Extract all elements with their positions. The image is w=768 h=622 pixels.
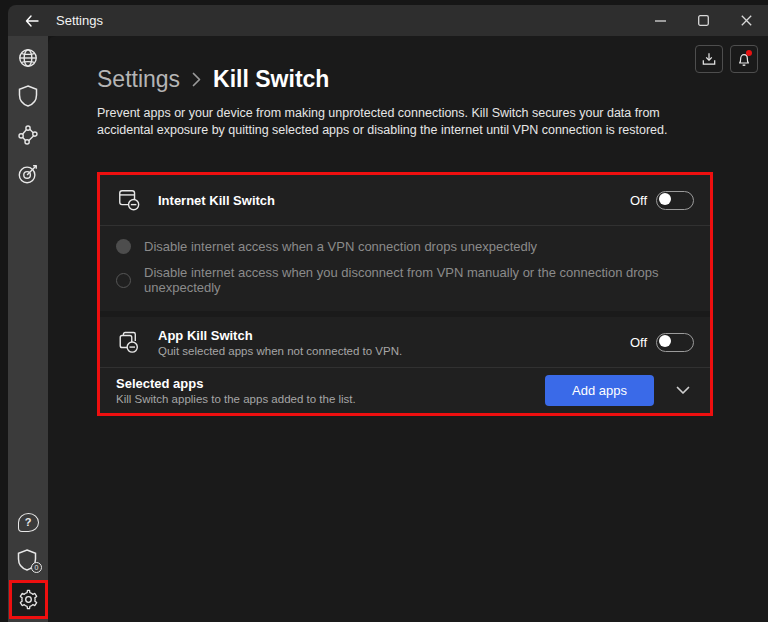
selected-apps-row: Selected apps Kill Switch applies to the…: [100, 368, 710, 413]
back-button[interactable]: [16, 5, 48, 36]
close-icon: [741, 15, 752, 26]
toggle-knob: [659, 193, 671, 205]
page-description: Prevent apps or your device from making …: [97, 105, 705, 139]
app-kill-switch-state: Off: [630, 335, 647, 350]
download-icon: [702, 52, 716, 66]
expand-apps-list[interactable]: [676, 386, 690, 395]
maximize-icon: [698, 15, 709, 26]
internet-kill-switch-state: Off: [630, 193, 647, 208]
breadcrumb-settings[interactable]: Settings: [97, 66, 180, 93]
internet-kill-switch-toggle[interactable]: [656, 191, 694, 210]
shield-zero-icon: 0: [17, 549, 39, 571]
selected-apps-label: Selected apps: [116, 376, 356, 391]
whats-new-button[interactable]: [730, 45, 758, 73]
radio-selected-icon: [116, 239, 131, 254]
app-kill-switch-description: Quit selected apps when not connected to…: [158, 345, 402, 357]
radio-option-label: Disable internet access when a VPN conne…: [144, 239, 537, 254]
titlebar: Settings: [8, 5, 768, 36]
globe-icon: [17, 47, 39, 69]
sidebar-item-threat-protection[interactable]: [8, 83, 48, 109]
shield-icon: [18, 85, 38, 107]
sidebar-item-vpn[interactable]: [8, 45, 48, 71]
app-kill-switch-icon: [116, 330, 142, 354]
sidebar-item-notifications[interactable]: 0: [8, 547, 48, 573]
window-controls: [639, 5, 768, 36]
content-area: Settings Kill Switch Prevent apps or you…: [48, 36, 768, 622]
notification-dot: [746, 50, 752, 56]
minimize-icon: [655, 20, 666, 22]
sidebar: ? 0: [8, 36, 48, 622]
chevron-down-icon: [676, 386, 690, 395]
kill-switch-panel: Internet Kill Switch Off Disable interne…: [97, 172, 713, 416]
gear-icon: [18, 589, 39, 610]
kill-switch-mode-options: Disable internet access when a VPN conne…: [100, 226, 710, 311]
selected-apps-description: Kill Switch applies to the apps added to…: [116, 393, 356, 405]
radio-option-drops-unexpectedly[interactable]: Disable internet access when a VPN conne…: [116, 239, 694, 254]
internet-kill-switch-label: Internet Kill Switch: [158, 193, 275, 208]
toggle-knob: [659, 335, 671, 347]
maximize-button[interactable]: [682, 5, 725, 36]
radio-unselected-icon: [116, 273, 131, 288]
internet-kill-switch-row: Internet Kill Switch Off: [100, 175, 710, 225]
breadcrumb: Settings Kill Switch: [97, 66, 329, 93]
arrow-left-icon: [25, 15, 39, 27]
app-kill-switch-card: App Kill Switch Quit selected apps when …: [100, 317, 710, 413]
page-title: Kill Switch: [213, 66, 329, 93]
sidebar-item-meshnet[interactable]: [8, 122, 48, 148]
header-actions: [695, 45, 758, 73]
minimize-button[interactable]: [639, 5, 682, 36]
download-button[interactable]: [695, 45, 723, 73]
help-glyph: ?: [25, 516, 32, 528]
radio-option-manual-disconnect[interactable]: Disable internet access when you disconn…: [116, 265, 694, 295]
window-title: Settings: [56, 13, 103, 28]
sidebar-item-help[interactable]: ?: [8, 509, 48, 535]
radio-option-label: Disable internet access when you disconn…: [144, 265, 694, 295]
target-dart-icon: [17, 163, 39, 185]
sidebar-item-dashboard[interactable]: [8, 161, 48, 187]
meshnet-nodes-icon: [17, 124, 39, 146]
notification-count-badge: 0: [31, 562, 42, 573]
help-icon: ?: [18, 513, 39, 532]
add-apps-button[interactable]: Add apps: [545, 375, 654, 406]
settings-highlight-box[interactable]: [9, 580, 48, 619]
chevron-right-icon: [192, 72, 201, 87]
app-kill-switch-row: App Kill Switch Quit selected apps when …: [100, 317, 710, 367]
close-button[interactable]: [725, 5, 768, 36]
app-kill-switch-label: App Kill Switch: [158, 328, 402, 343]
internet-kill-switch-icon: [116, 188, 142, 212]
app-kill-switch-toggle[interactable]: [656, 333, 694, 352]
internet-kill-switch-card: Internet Kill Switch Off Disable interne…: [100, 175, 710, 311]
